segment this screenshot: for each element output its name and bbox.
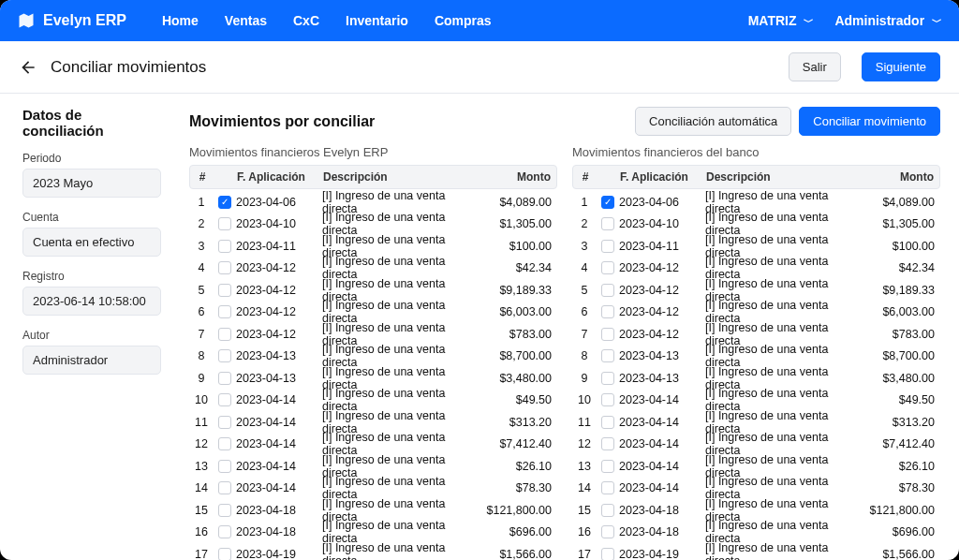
row-number: 12 bbox=[572, 437, 597, 450]
row-checkbox[interactable] bbox=[218, 416, 231, 429]
bank-table-row[interactable]: 112023-04-14[I] Ingreso de una venta dir… bbox=[572, 411, 940, 434]
row-checkbox[interactable] bbox=[601, 217, 614, 230]
bank-table-row[interactable]: 162023-04-18[I] Ingreso de una venta dir… bbox=[572, 522, 940, 544]
erp-table-row[interactable]: 32023-04-11[I] Ingreso de una venta dire… bbox=[189, 235, 557, 258]
bank-table-row[interactable]: 132023-04-14[I] Ingreso de una venta dir… bbox=[572, 455, 940, 478]
row-date: 2023-04-11 bbox=[619, 240, 705, 253]
erp-table-row[interactable]: 142023-04-14[I] Ingreso de una venta dir… bbox=[189, 478, 557, 500]
chevron-down-icon: ﹀ bbox=[932, 16, 942, 27]
bank-table-row[interactable]: 52023-04-12[I] Ingreso de una venta dire… bbox=[572, 279, 940, 302]
bank-table-row[interactable]: 22023-04-10[I] Ingreso de una venta dire… bbox=[572, 214, 940, 236]
row-checkbox[interactable] bbox=[601, 305, 614, 318]
row-checkbox[interactable] bbox=[218, 349, 231, 362]
bank-table-row[interactable]: 142023-04-14[I] Ingreso de una venta dir… bbox=[572, 478, 940, 500]
bank-table-row[interactable]: 172023-04-19[I] Ingreso de una venta dir… bbox=[572, 543, 940, 560]
bank-table-row[interactable]: 32023-04-11[I] Ingreso de una venta dire… bbox=[572, 235, 940, 258]
row-checkbox[interactable] bbox=[601, 372, 614, 385]
row-amount: $696.00 bbox=[477, 525, 557, 538]
row-checkbox[interactable] bbox=[601, 504, 614, 517]
bank-table-row[interactable]: 152023-04-18[I] Ingreso de una venta dir… bbox=[572, 499, 940, 522]
row-number: 2 bbox=[572, 217, 597, 230]
row-checkbox[interactable] bbox=[218, 372, 231, 385]
erp-table-row[interactable]: 112023-04-14[I] Ingreso de una venta dir… bbox=[189, 411, 557, 434]
branch-label: MATRIZ bbox=[748, 13, 797, 28]
erp-table-row[interactable]: 162023-04-18[I] Ingreso de una venta dir… bbox=[189, 522, 557, 544]
bank-table-row[interactable]: 122023-04-14[I] Ingreso de una venta dir… bbox=[572, 434, 940, 456]
row-checkbox[interactable] bbox=[601, 525, 614, 538]
row-amount: $9,189.33 bbox=[860, 284, 940, 297]
branch-dropdown[interactable]: MATRIZ ﹀ bbox=[748, 13, 815, 29]
back-button[interactable] bbox=[19, 58, 37, 77]
nav-link-home[interactable]: Home bbox=[162, 13, 199, 28]
row-checkbox[interactable] bbox=[218, 460, 231, 473]
erp-table-row[interactable]: 52023-04-12[I] Ingreso de una venta dire… bbox=[189, 279, 557, 302]
erp-table-row[interactable]: 172023-04-19[I] Ingreso de una venta dir… bbox=[189, 543, 557, 560]
row-checkbox[interactable] bbox=[601, 261, 614, 274]
exit-button[interactable]: Salir bbox=[789, 52, 841, 81]
cuenta-field[interactable]: Cuenta en efectivo bbox=[22, 228, 161, 257]
brand[interactable]: Evelyn ERP bbox=[17, 11, 126, 30]
erp-table-row[interactable]: 12023-04-06[I] Ingreso de una venta dire… bbox=[189, 191, 557, 214]
row-number: 4 bbox=[189, 261, 214, 274]
erp-table-row[interactable]: 152023-04-18[I] Ingreso de una venta dir… bbox=[189, 499, 557, 522]
nav-link-inventario[interactable]: Inventario bbox=[346, 13, 408, 28]
row-amount: $783.00 bbox=[860, 328, 940, 341]
autor-field[interactable]: Administrador bbox=[22, 346, 161, 375]
bank-table-row[interactable]: 62023-04-12[I] Ingreso de una venta dire… bbox=[572, 302, 940, 324]
row-checkbox[interactable] bbox=[218, 284, 231, 297]
row-checkbox[interactable] bbox=[218, 504, 231, 517]
row-checkbox[interactable] bbox=[601, 416, 614, 429]
erp-table-row[interactable]: 132023-04-14[I] Ingreso de una venta dir… bbox=[189, 455, 557, 478]
row-number: 6 bbox=[189, 305, 214, 318]
row-checkbox[interactable] bbox=[601, 481, 614, 494]
row-checkbox[interactable] bbox=[601, 548, 614, 560]
erp-table-row[interactable]: 62023-04-12[I] Ingreso de una venta dire… bbox=[189, 302, 557, 324]
row-checkbox[interactable] bbox=[601, 349, 614, 362]
next-button[interactable]: Siguiente bbox=[862, 52, 940, 81]
row-date: 2023-04-14 bbox=[236, 481, 322, 494]
row-checkbox[interactable] bbox=[218, 261, 231, 274]
periodo-field[interactable]: 2023 Mayo bbox=[22, 169, 161, 198]
row-checkbox[interactable] bbox=[601, 240, 614, 253]
nav-link-cxc[interactable]: CxC bbox=[293, 13, 319, 28]
bank-table-row[interactable]: 92023-04-13[I] Ingreso de una venta dire… bbox=[572, 367, 940, 390]
row-checkbox[interactable] bbox=[218, 393, 231, 406]
erp-table-row[interactable]: 102023-04-14[I] Ingreso de una venta dir… bbox=[189, 390, 557, 412]
user-dropdown[interactable]: Administrador ﹀ bbox=[834, 13, 942, 29]
row-checkbox[interactable] bbox=[218, 196, 231, 209]
registro-field[interactable]: 2023-06-14 10:58:00 bbox=[22, 287, 161, 316]
row-checkbox[interactable] bbox=[601, 196, 614, 209]
bank-table-row[interactable]: 82023-04-13[I] Ingreso de una venta dire… bbox=[572, 346, 940, 368]
row-checkbox[interactable] bbox=[601, 328, 614, 341]
bank-table-row[interactable]: 42023-04-12[I] Ingreso de una venta dire… bbox=[572, 258, 940, 280]
nav-link-ventas[interactable]: Ventas bbox=[225, 13, 267, 28]
row-number: 7 bbox=[189, 328, 214, 341]
bank-table-row[interactable]: 102023-04-14[I] Ingreso de una venta dir… bbox=[572, 390, 940, 412]
row-date: 2023-04-12 bbox=[619, 261, 705, 274]
col-fecha-header: F. Aplicación bbox=[620, 170, 706, 184]
row-checkbox[interactable] bbox=[218, 548, 231, 560]
erp-table-row[interactable]: 92023-04-13[I] Ingreso de una venta dire… bbox=[189, 367, 557, 390]
erp-table-row[interactable]: 22023-04-10[I] Ingreso de una venta dire… bbox=[189, 214, 557, 236]
row-checkbox[interactable] bbox=[218, 217, 231, 230]
row-checkbox[interactable] bbox=[601, 393, 614, 406]
erp-table-row[interactable]: 82023-04-13[I] Ingreso de una venta dire… bbox=[189, 346, 557, 368]
bank-table-row[interactable]: 12023-04-06[I] Ingreso de una venta dire… bbox=[572, 191, 940, 214]
auto-reconcile-button[interactable]: Conciliación automática bbox=[635, 107, 791, 136]
row-checkbox[interactable] bbox=[601, 284, 614, 297]
erp-table-row[interactable]: 122023-04-14[I] Ingreso de una venta dir… bbox=[189, 434, 557, 456]
row-checkbox[interactable] bbox=[218, 328, 231, 341]
row-date: 2023-04-14 bbox=[619, 416, 705, 429]
row-checkbox[interactable] bbox=[218, 240, 231, 253]
row-checkbox[interactable] bbox=[218, 305, 231, 318]
nav-link-compras[interactable]: Compras bbox=[435, 13, 492, 28]
row-checkbox[interactable] bbox=[601, 460, 614, 473]
bank-table-row[interactable]: 72023-04-12[I] Ingreso de una venta dire… bbox=[572, 323, 940, 346]
reconcile-movement-button[interactable]: Conciliar movimiento bbox=[799, 107, 940, 136]
row-checkbox[interactable] bbox=[218, 437, 231, 450]
row-checkbox[interactable] bbox=[601, 437, 614, 450]
erp-table-row[interactable]: 42023-04-12[I] Ingreso de una venta dire… bbox=[189, 258, 557, 280]
row-checkbox[interactable] bbox=[218, 525, 231, 538]
erp-table-row[interactable]: 72023-04-12[I] Ingreso de una venta dire… bbox=[189, 323, 557, 346]
row-checkbox[interactable] bbox=[218, 481, 231, 494]
